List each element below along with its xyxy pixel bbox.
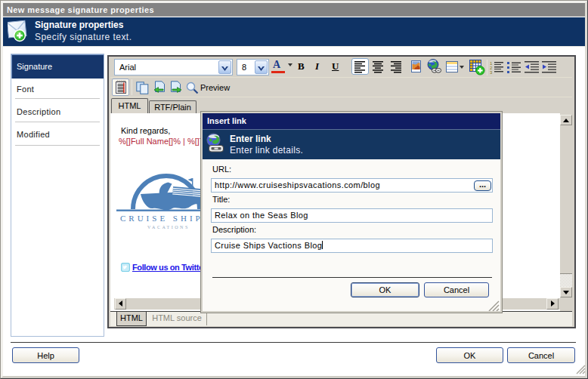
- svg-text:CRUISE SHIP: CRUISE SHIP: [120, 214, 203, 223]
- svg-text:VACATIONS: VACATIONS: [147, 225, 190, 230]
- svg-text:3: 3: [490, 70, 493, 74]
